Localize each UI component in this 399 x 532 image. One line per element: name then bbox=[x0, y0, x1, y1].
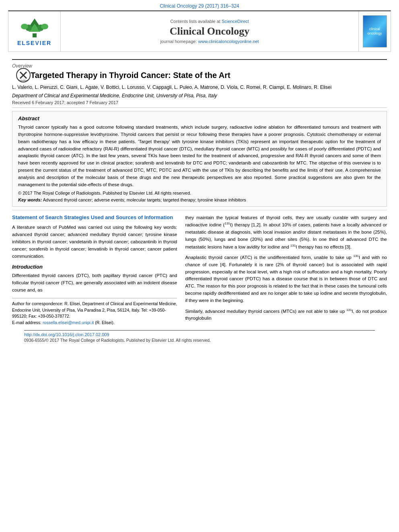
col-right-text1: they maintain the typical features of th… bbox=[185, 214, 387, 251]
elsevier-tree-icon bbox=[21, 16, 49, 39]
citation-text: Clinical Oncology 29 (2017) 316–324 bbox=[160, 3, 239, 9]
right-column: they maintain the typical features of th… bbox=[185, 214, 387, 326]
abstract-text: Thyroid cancer typically has a good outc… bbox=[18, 124, 381, 188]
journal-homepage-line: journal homepage: www.clinicaloncologyon… bbox=[160, 39, 259, 44]
article-title: Targeted Therapy in Thyroid Cancer: Stat… bbox=[31, 70, 230, 80]
doi-line[interactable]: http://dx.doi.org/10.1016/j.clon.2017.02… bbox=[24, 332, 375, 337]
footnote-email[interactable]: rossella.elisei@med.unipi.it bbox=[43, 320, 94, 325]
col-right-text2: Anaplastic thyroid cancer (ATC) is the u… bbox=[185, 254, 387, 304]
journal-header-box: ELSEVIER Contents lists available at Sci… bbox=[8, 10, 391, 52]
divider-abstract-top bbox=[12, 107, 387, 108]
sciencedirect-line: Contents lists available at ScienceDirec… bbox=[170, 19, 249, 24]
footnote-author-label: Author for correspondence: bbox=[12, 301, 63, 306]
svg-rect-0 bbox=[33, 33, 37, 37]
elsevier-logo-section: ELSEVIER bbox=[8, 11, 61, 51]
keywords-text: Advanced thyroid cancer; adverse events;… bbox=[43, 197, 246, 202]
svg-point-5 bbox=[21, 24, 28, 29]
keywords-label: Key words: bbox=[18, 197, 42, 202]
copyright-bottom: 0936-6555/© 2017 The Royal College of Ra… bbox=[24, 338, 375, 343]
crossmark-icon: CrossMark bbox=[16, 68, 31, 82]
sciencedirect-link[interactable]: ScienceDirect bbox=[222, 19, 249, 24]
footnote-email-label: E-mail address: bbox=[12, 320, 41, 325]
footnote-text: Author for correspondence: R. Elisei, De… bbox=[12, 301, 177, 326]
col-right-text3: Similarly, advanced medullary thyroid ca… bbox=[185, 308, 387, 322]
page: Clinical Oncology 29 (2017) 316–324 ELSE… bbox=[0, 0, 399, 532]
divider-body bbox=[12, 210, 387, 210]
journal-title-text: Clinical Oncology bbox=[170, 25, 250, 37]
affiliation: Department of Clinical and Experimental … bbox=[12, 93, 387, 99]
received-line: Received 6 February 2017; accepted 7 Feb… bbox=[12, 100, 387, 105]
svg-text:CrossMark: CrossMark bbox=[19, 79, 29, 82]
bottom-bar: http://dx.doi.org/10.1016/j.clon.2017.02… bbox=[24, 330, 375, 344]
footnote-fax: Fax: +39-050-378772. bbox=[29, 314, 70, 318]
intro-text: Differentiated thyroid cancers (DTC), bo… bbox=[12, 272, 177, 294]
section1-heading: Statement of Search Strategies Used and … bbox=[12, 214, 177, 221]
journal-thumbnail: clinicaloncology bbox=[363, 15, 387, 47]
two-column-body: Statement of Search Strategies Used and … bbox=[12, 214, 387, 326]
svg-point-6 bbox=[41, 24, 48, 29]
contents-label: Contents lists available at bbox=[170, 19, 220, 24]
homepage-url[interactable]: www.clinicaloncologyonline.net bbox=[198, 39, 259, 44]
footnote-box: Author for correspondence: R. Elisei, De… bbox=[12, 298, 177, 326]
journal-thumb-section: clinicaloncology bbox=[358, 11, 391, 51]
elsevier-name: ELSEVIER bbox=[17, 40, 51, 46]
article-content: Overview CrossMark Targeted Therapy in T… bbox=[12, 52, 387, 348]
footnote-email-note: (R. Elisei). bbox=[95, 320, 114, 325]
divider-top bbox=[12, 59, 387, 60]
elsevier-logo: ELSEVIER bbox=[17, 16, 51, 46]
left-column: Statement of Search Strategies Used and … bbox=[12, 214, 177, 326]
journal-center-info: Contents lists available at ScienceDirec… bbox=[61, 11, 358, 51]
abstract-box: Abstract Thyroid cancer typically has a … bbox=[12, 111, 387, 206]
article-title-row: CrossMark Targeted Therapy in Thyroid Ca… bbox=[12, 70, 387, 84]
journal-title: Clinical Oncology bbox=[170, 25, 250, 37]
intro-heading: Introduction bbox=[12, 264, 177, 270]
abstract-copyright: © 2017 The Royal College of Radiologists… bbox=[18, 191, 381, 195]
journal-citation: Clinical Oncology 29 (2017) 316–324 bbox=[0, 0, 399, 10]
homepage-label: journal homepage: bbox=[160, 39, 197, 44]
section-label: Overview bbox=[12, 63, 387, 69]
keywords-line: Key words: Advanced thyroid cancer; adve… bbox=[18, 197, 381, 202]
authors: L. Valerio, L. Pieruzzi, C. Giani, L. Ag… bbox=[12, 84, 387, 91]
abstract-title: Abstract bbox=[18, 115, 381, 121]
section1-text: A literature search of PubMed was carrie… bbox=[12, 224, 177, 260]
